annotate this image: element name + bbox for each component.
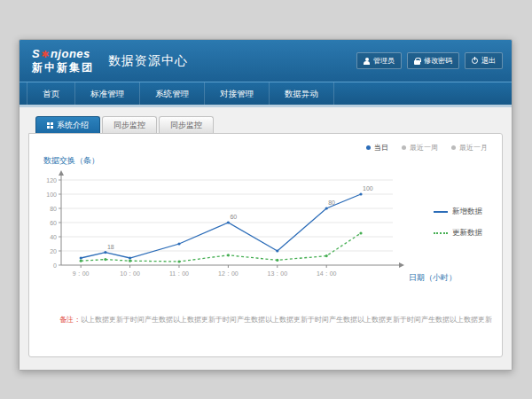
tab-system-intro[interactable]: 系统介绍 xyxy=(35,116,100,133)
filter-today-dot-icon xyxy=(366,145,371,150)
app-header: S✱njones 新中新集团 数据资源中心 管理员 修改密码 退出 xyxy=(20,40,512,82)
tab-sync-monitor-1[interactable]: 同步监控 xyxy=(102,116,157,133)
nav-item-system-mgmt[interactable]: 系统管理 xyxy=(140,82,205,105)
page-title: 数据资源中心 xyxy=(108,53,188,69)
svg-text:80: 80 xyxy=(328,200,335,206)
legend-update-data-label: 更新数据 xyxy=(452,228,482,239)
filter-last-month-dot-icon xyxy=(451,145,456,150)
app-window: S✱njones 新中新集团 数据资源中心 管理员 修改密码 退出 首页 标准管… xyxy=(19,39,512,371)
logo-star-icon: ✱ xyxy=(40,49,51,59)
filter-last-month-label: 最近一月 xyxy=(459,143,488,153)
admin-user-label: 管理员 xyxy=(373,56,395,66)
tab-sync-monitor-2[interactable]: 同步监控 xyxy=(159,116,214,133)
filter-last-week-dot-icon xyxy=(402,145,406,150)
change-password-button[interactable]: 修改密码 xyxy=(407,52,459,69)
y-axis-title: 数据交换（条） xyxy=(43,155,99,167)
grid-icon xyxy=(47,122,50,125)
legend-new-data-label: 新增数据 xyxy=(452,207,482,217)
main-nav: 首页 标准管理 系统管理 对接管理 数据异动 xyxy=(20,82,512,105)
filter-today-label: 当日 xyxy=(374,143,388,153)
filter-last-month[interactable]: 最近一月 xyxy=(451,143,488,153)
series-legend: 新增数据 更新数据 xyxy=(434,207,482,239)
logout-label: 退出 xyxy=(481,56,496,66)
svg-text:20: 20 xyxy=(50,248,57,254)
footnote-label: 备注： xyxy=(59,316,81,324)
logo-text-prefix: S xyxy=(32,47,40,60)
svg-text:10：00: 10：00 xyxy=(120,270,140,277)
svg-text:0: 0 xyxy=(53,262,57,269)
synjones-logo: S✱njones 新中新集团 xyxy=(32,48,94,74)
solid-line-sample-icon xyxy=(434,211,448,213)
header-actions: 管理员 修改密码 退出 xyxy=(356,52,503,69)
lock-icon xyxy=(414,60,420,65)
svg-text:80: 80 xyxy=(50,206,57,212)
logo-subtitle: 新中新集团 xyxy=(32,62,94,74)
svg-text:12：00: 12：00 xyxy=(218,270,239,277)
logout-button[interactable]: 退出 xyxy=(465,52,503,69)
filter-last-week-label: 最近一周 xyxy=(410,143,438,153)
svg-text:9：00: 9：00 xyxy=(73,270,90,277)
chart-panel: 当日 最近一周 最近一月 数据交换（条） 0204060801001209：00… xyxy=(28,133,503,357)
range-filters: 当日 最近一周 最近一月 xyxy=(366,143,488,153)
svg-text:100: 100 xyxy=(46,192,57,198)
svg-text:60: 60 xyxy=(50,220,57,226)
footnote: 备注：以上数据更新于时间产生数据以上数据更新于时间产生数据以上数据更新于时间产生… xyxy=(59,315,492,325)
logo-wordmark: S✱njones xyxy=(32,48,94,60)
dashed-line-sample-icon xyxy=(434,232,448,234)
filter-today[interactable]: 当日 xyxy=(366,143,388,153)
content-area: 系统介绍 同步监控 同步监控 当日 最近一周 最近一月 数据交换（条） 0204… xyxy=(20,107,512,371)
svg-text:13：00: 13：00 xyxy=(268,270,288,277)
svg-text:100: 100 xyxy=(363,185,373,192)
x-axis-title: 日期（小时） xyxy=(409,272,457,284)
footnote-text: 以上数据更新于时间产生数据以上数据更新于时间产生数据以上数据更新于时间产生数据以… xyxy=(81,316,492,324)
change-password-label: 修改密码 xyxy=(424,56,452,66)
admin-user-button[interactable]: 管理员 xyxy=(356,52,402,69)
svg-text:120: 120 xyxy=(46,177,57,184)
line-chart: 0204060801001209：0010：0011：0012：0013：001… xyxy=(38,168,419,301)
nav-item-docking-mgmt[interactable]: 对接管理 xyxy=(205,82,270,105)
svg-text:40: 40 xyxy=(50,234,57,240)
filter-last-week[interactable]: 最近一周 xyxy=(402,143,438,153)
svg-text:18: 18 xyxy=(107,244,114,250)
svg-text:60: 60 xyxy=(230,214,237,220)
svg-text:14：00: 14：00 xyxy=(317,270,337,277)
user-icon xyxy=(364,58,370,65)
svg-text:11：00: 11：00 xyxy=(169,270,189,277)
nav-item-standard-mgmt[interactable]: 标准管理 xyxy=(75,82,140,105)
tab-system-intro-label: 系统介绍 xyxy=(57,120,89,131)
power-icon xyxy=(472,58,478,64)
nav-item-data-change[interactable]: 数据异动 xyxy=(270,82,334,105)
logo-text-suffix: njones xyxy=(51,47,90,60)
nav-item-home[interactable]: 首页 xyxy=(27,82,75,105)
legend-item-update-data[interactable]: 更新数据 xyxy=(434,228,482,239)
legend-item-new-data[interactable]: 新增数据 xyxy=(434,207,482,217)
tab-bar: 系统介绍 同步监控 同步监控 xyxy=(35,116,503,133)
